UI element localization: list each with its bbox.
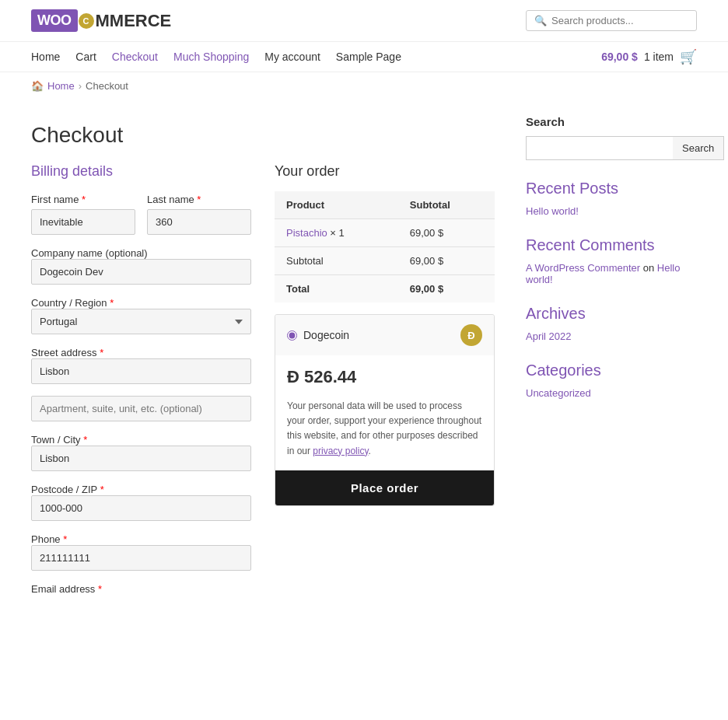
company-label: Company name (optional) [31,247,148,259]
comment-author-link[interactable]: A WordPress Commenter [526,262,640,274]
required-marker: * [63,533,67,545]
payment-radio[interactable] [287,330,297,341]
town-label: Town / City * [31,434,87,446]
recent-posts-section: Recent Posts Hello world! [526,180,697,217]
breadcrumb-current: Checkout [86,80,128,92]
postcode-input[interactable] [31,495,251,521]
email-label: Email address * [31,583,102,595]
nav-cart[interactable]: Cart [75,51,96,63]
recent-comments-section: Recent Comments A WordPress Commenter on… [526,236,697,285]
street-input[interactable] [31,358,251,384]
sidebar-search-bar: Search [526,136,697,160]
logo-coin: C [79,13,94,29]
nav-checkout[interactable]: Checkout [112,51,158,63]
required-marker: * [197,194,201,205]
product-subtotal-cell: 69,00 $ [398,219,495,247]
postcode-label: Postcode / ZIP * [31,484,104,495]
payment-option-left: Dogecoin [287,329,349,341]
country-select[interactable]: Portugal [31,309,251,334]
total-value-cell: 69,00 $ [398,275,495,303]
breadcrumb-home-icon: 🏠 [31,80,44,92]
payment-amount: Đ 526.44 [275,355,494,399]
category-link[interactable]: Uncategorized [526,387,697,399]
logo[interactable]: WOOCMMERCE [31,9,171,32]
categories-heading: Categories [526,362,697,379]
privacy-notice: Your personal data will be used to proce… [275,399,494,470]
payment-method-label: Dogecoin [303,329,349,341]
subtotal-value-cell: 69,00 $ [398,247,495,275]
phone-input[interactable] [31,545,251,571]
breadcrumb-separator: › [79,80,82,92]
last-name-group: Last name * [147,194,251,235]
archives-section: Archives April 2022 [526,305,697,342]
order-title: Your order [275,163,495,180]
recent-comment-text: A WordPress Commenter on Hello world! [526,262,697,285]
company-input[interactable] [31,259,251,285]
apartment-input[interactable] [31,396,251,421]
sidebar-search-title: Search [526,115,697,128]
first-name-input[interactable] [31,209,135,235]
nav-my-account[interactable]: My account [264,51,320,63]
required-marker: * [82,194,86,205]
header: WOOCMMERCE 🔍 [0,0,728,42]
search-icon: 🔍 [534,15,547,26]
checkout-form-section: Billing details First name * Last name *… [31,163,495,606]
main-content: Checkout Billing details First name * La… [0,100,728,622]
col-product-header: Product [275,191,398,219]
privacy-policy-link[interactable]: privacy policy [313,446,368,456]
subtotal-row: Subtotal 69,00 $ [275,247,495,275]
name-row: First name * Last name * [31,194,251,235]
product-link[interactable]: Pistachio [286,227,327,239]
cart-items-count: 1 item [644,51,674,63]
cart-amount: 69,00 $ [601,51,638,63]
postcode-group: Postcode / ZIP * [31,483,251,521]
apartment-group [31,396,251,421]
col-subtotal-header: Subtotal [398,191,495,219]
sidebar-search-input[interactable] [526,136,673,160]
order-table: Product Subtotal Pistachio × 1 69,00 $ S… [275,191,495,302]
breadcrumb-home-link[interactable]: Home [47,80,75,92]
required-marker: * [100,484,104,495]
nav-home[interactable]: Home [31,51,60,63]
cart-summary[interactable]: 69,00 $ 1 item 🛒 [601,48,697,65]
nav-sample-page[interactable]: Sample Page [336,51,401,63]
recent-posts-heading: Recent Posts [526,180,697,197]
breadcrumb: 🏠 Home › Checkout [0,72,728,100]
archive-link[interactable]: April 2022 [526,330,697,342]
logo-commerce: MMERCE [96,11,172,31]
town-input[interactable] [31,446,251,471]
sidebar-search-section: Search Search [526,115,697,160]
first-name-label: First name * [31,194,135,205]
place-order-button[interactable]: Place order [275,470,494,505]
last-name-input[interactable] [147,209,251,235]
street-label: Street address * [31,347,103,358]
total-label-cell: Total [275,275,398,303]
required-marker: * [110,297,114,309]
main-nav: Home Cart Checkout Much Shopping My acco… [0,42,728,72]
privacy-text-2: . [369,446,371,456]
payment-option[interactable]: Dogecoin Đ [275,315,494,355]
nav-much-shopping[interactable]: Much Shopping [173,51,249,63]
header-search-input[interactable] [551,15,688,26]
logo-woo: WOO [31,9,78,32]
country-label: Country / Region * [31,297,114,309]
recent-comments-heading: Recent Comments [526,236,697,254]
required-marker: * [83,434,87,446]
town-group: Town / City * [31,433,251,471]
subtotal-label-cell: Subtotal [275,247,398,275]
sidebar-search-button[interactable]: Search [673,136,724,160]
required-marker: * [100,347,103,358]
dogecoin-icon: Đ [460,324,482,346]
recent-post-link[interactable]: Hello world! [526,205,697,217]
cart-icon: 🛒 [680,48,697,65]
sidebar: Search Search Recent Posts Hello world! … [526,115,697,606]
order-section: Your order Product Subtotal Pistachio × … [275,163,495,606]
total-row: Total 69,00 $ [275,275,495,303]
phone-group: Phone * [31,533,251,571]
billing-form: Billing details First name * Last name *… [31,163,251,606]
billing-title: Billing details [31,163,251,180]
checkout-title: Checkout [31,123,495,148]
categories-section: Categories Uncategorized [526,362,697,399]
company-group: Company name (optional) [31,246,251,285]
order-item-row: Pistachio × 1 69,00 $ [275,219,495,247]
